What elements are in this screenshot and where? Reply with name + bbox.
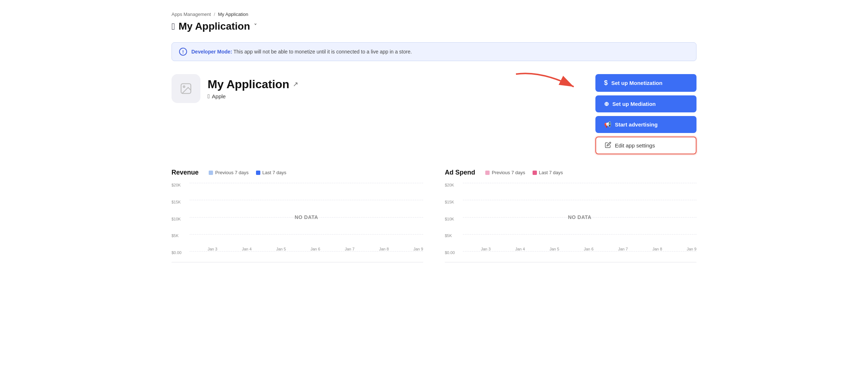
revenue-legend-prev: Previous 7 days (209, 170, 249, 175)
adspend-prev-dot (485, 171, 490, 175)
app-platform: Apple (212, 93, 226, 99)
grid-line (190, 200, 423, 200)
app-info-row: My Application ↗  Apple (172, 74, 696, 154)
edit-icon (605, 142, 611, 149)
grid-line (463, 200, 696, 200)
adspend-chart-area: $20K $15K $10K $5K $0.00 NO DATA Jan 3 J… (445, 183, 696, 262)
adspend-x-labels: Jan 3 Jan 4 Jan 5 Jan 6 Jan 7 Jan 8 Jan … (481, 247, 696, 251)
grid-line (190, 183, 423, 183)
adspend-y-labels: $20K $15K $10K $5K $0.00 (445, 183, 461, 255)
breadcrumb-parent[interactable]: Apps Management (172, 12, 211, 17)
layers-icon: ⊕ (604, 100, 609, 107)
megaphone-icon: 📢 (604, 121, 611, 128)
revenue-chart-grid: NO DATA Jan 3 Jan 4 Jan 5 Jan 6 Jan 7 Ja… (190, 183, 423, 251)
adspend-chart-grid: NO DATA Jan 3 Jan 4 Jan 5 Jan 6 Jan 7 Ja… (463, 183, 696, 251)
start-advertising-button[interactable]: 📢 Start advertising (595, 116, 696, 133)
adspend-last-dot (533, 171, 537, 175)
adspend-legend-prev: Previous 7 days (485, 170, 525, 175)
app-details: My Application ↗  Apple (208, 78, 298, 100)
adspend-legend-last: Last 7 days (533, 170, 563, 175)
revenue-legend: Previous 7 days Last 7 days (209, 170, 286, 175)
revenue-chart-title: Revenue (172, 169, 199, 176)
action-buttons: $ Set up Monetization ⊕ Set up Mediation… (595, 74, 696, 154)
apple-logo-icon:  (172, 21, 175, 32)
app-icon (172, 74, 200, 103)
revenue-no-data: NO DATA (295, 214, 318, 220)
svg-point-1 (183, 86, 185, 88)
revenue-prev-label: Previous 7 days (215, 170, 249, 175)
revenue-prev-dot (209, 171, 213, 175)
revenue-chart-area: $20K $15K $10K $5K $0.00 NO DATA Jan 3 J… (172, 183, 423, 262)
edit-app-settings-button[interactable]: Edit app settings (595, 137, 696, 154)
title-dropdown-chevron[interactable]: ˅ (254, 22, 257, 30)
revenue-chart-header: Revenue Previous 7 days Last 7 days (172, 169, 423, 176)
apple-platform-icon:  (208, 93, 210, 100)
grid-line (463, 251, 696, 252)
red-arrow-annotation (512, 67, 585, 103)
dollar-icon: $ (604, 79, 608, 87)
app-info: My Application ↗  Apple (172, 74, 298, 103)
page-title-row:  My Application ˅ (172, 21, 696, 32)
revenue-x-labels: Jan 3 Jan 4 Jan 5 Jan 6 Jan 7 Jan 8 Jan … (208, 247, 423, 251)
adspend-legend: Previous 7 days Last 7 days (485, 170, 563, 175)
grid-line (190, 251, 423, 252)
adspend-chart-title: Ad Spend (445, 169, 475, 176)
charts-section: Revenue Previous 7 days Last 7 days $20K… (172, 169, 696, 262)
revenue-y-labels: $20K $15K $10K $5K $0.00 (172, 183, 188, 255)
info-icon: ! (179, 48, 187, 56)
app-name: My Application (208, 78, 289, 91)
setup-monetization-button[interactable]: $ Set up Monetization (595, 74, 696, 92)
revenue-chart: Revenue Previous 7 days Last 7 days $20K… (172, 169, 423, 262)
adspend-prev-label: Previous 7 days (492, 170, 525, 175)
action-area: $ Set up Monetization ⊕ Set up Mediation… (595, 74, 696, 154)
grid-line (463, 234, 696, 235)
external-link-icon[interactable]: ↗ (293, 80, 298, 88)
developer-mode-banner: ! Developer Mode: This app will not be a… (172, 42, 696, 61)
adspend-chart-header: Ad Spend Previous 7 days Last 7 days (445, 169, 696, 176)
revenue-last-dot (256, 171, 260, 175)
banner-text: Developer Mode: This app will not be abl… (191, 49, 412, 55)
adspend-no-data: NO DATA (568, 214, 591, 220)
breadcrumb-current: My Application (218, 12, 248, 17)
app-platform-row:  Apple (208, 93, 298, 100)
grid-line (190, 234, 423, 235)
setup-mediation-button[interactable]: ⊕ Set up Mediation (595, 95, 696, 112)
grid-line (463, 183, 696, 183)
breadcrumb-separator: / (214, 12, 215, 17)
revenue-legend-last: Last 7 days (256, 170, 287, 175)
app-name-row: My Application ↗ (208, 78, 298, 91)
adspend-chart: Ad Spend Previous 7 days Last 7 days $20… (445, 169, 696, 262)
page-title: My Application (179, 21, 250, 32)
breadcrumb: Apps Management / My Application (172, 12, 696, 17)
adspend-last-label: Last 7 days (539, 170, 563, 175)
revenue-last-label: Last 7 days (262, 170, 287, 175)
